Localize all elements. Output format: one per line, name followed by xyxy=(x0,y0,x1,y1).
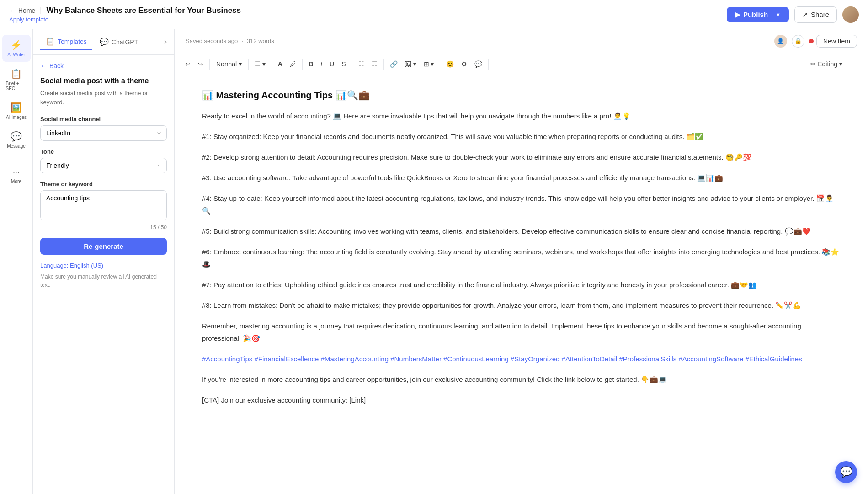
cta-paragraph: [CTA] Join our exclusive accounting comm… xyxy=(202,394,841,406)
panel: 📋 Templates 💬 ChatGPT › ← Back Social me… xyxy=(33,29,175,494)
sidebar-item-message[interactable]: 💬 Message xyxy=(2,126,31,153)
tip2-paragraph: #2: Develop strong attention to detail: … xyxy=(202,151,841,163)
new-item-button[interactable]: New Item xyxy=(816,35,857,48)
theme-input[interactable]: Accounting tips xyxy=(40,190,167,220)
sidebar-item-more[interactable]: ··· More xyxy=(2,163,31,188)
undo-button[interactable]: ↩ xyxy=(182,58,194,70)
share-button[interactable]: ↗ Share xyxy=(794,6,837,23)
post-body[interactable]: Ready to excel in the world of accountin… xyxy=(202,110,841,406)
list-format-button[interactable]: ☰ ▾ xyxy=(251,58,269,70)
sidebar-item-ai-images[interactable]: 🖼️ AI Images xyxy=(2,97,31,124)
conclusion-paragraph: Remember, mastering accounting is a jour… xyxy=(202,320,841,344)
toolbar-divider-6 xyxy=(383,59,384,70)
regenerate-button[interactable]: Re-generate xyxy=(40,238,167,255)
editor-status: Saved seconds ago · 312 words xyxy=(186,38,274,44)
format-label: Normal xyxy=(216,60,237,68)
ai-writer-label: AI Writer xyxy=(7,52,25,57)
table-button[interactable]: ⊞ ▾ xyxy=(421,58,437,70)
new-item-wrapper: New Item xyxy=(809,35,857,48)
sidebar-item-ai-writer[interactable]: ⚡ AI Writer xyxy=(2,35,31,62)
tab-templates[interactable]: 📋 Templates xyxy=(40,33,92,50)
top-header: ← Home | Why Balance Sheets are Essentia… xyxy=(0,0,868,29)
editor-topbar: Saved seconds ago · 312 words 👤 🔒 New It… xyxy=(175,29,868,53)
tip4-paragraph: #4: Stay up-to-date: Keep yourself infor… xyxy=(202,192,841,217)
char-count: 15 / 50 xyxy=(40,224,167,231)
editing-label: Editing xyxy=(818,60,837,68)
new-item-dot xyxy=(809,39,814,43)
format-arrow: ▾ xyxy=(239,60,242,68)
share-icon: ↗ xyxy=(802,11,808,19)
bold-button[interactable]: B xyxy=(305,58,316,70)
topbar-separator: · xyxy=(241,38,243,44)
highlight-button[interactable]: 🖊 xyxy=(287,58,299,70)
more-icon: ··· xyxy=(13,167,20,177)
bullet-list-button[interactable]: ☷ xyxy=(355,58,367,70)
tools-button[interactable]: ⚙ xyxy=(458,58,470,70)
publish-button[interactable]: ▶ Publish ▼ xyxy=(727,7,789,22)
tab-chatgpt[interactable]: 💬 ChatGPT xyxy=(94,34,144,50)
format-select[interactable]: Normal ▾ xyxy=(213,59,245,70)
comment-button[interactable]: 💬 xyxy=(471,58,485,70)
sidebar-divider xyxy=(7,158,26,158)
home-label: Home xyxy=(18,7,35,14)
italic-button[interactable]: I xyxy=(317,58,325,70)
publish-label: Publish xyxy=(743,11,768,18)
toolbar-divider-5 xyxy=(352,59,352,70)
tone-label: Tone xyxy=(40,148,167,155)
pencil-icon: ✏ xyxy=(810,60,816,68)
toolbar-divider-7 xyxy=(440,59,440,70)
templates-tab-label: Templates xyxy=(58,38,87,45)
more-options-button[interactable]: ⋯ xyxy=(848,58,861,70)
brief-seo-label: Brief + SEO xyxy=(6,81,27,91)
editor-topbar-right: 👤 🔒 New Item xyxy=(774,35,857,48)
apply-template-link[interactable]: Apply template xyxy=(9,16,241,23)
link-button[interactable]: 🔗 xyxy=(387,58,401,70)
templates-tab-icon: 📋 xyxy=(46,37,55,46)
redo-button[interactable]: ↪ xyxy=(195,58,207,70)
cta-text-paragraph: If you're interested in more accounting … xyxy=(202,373,841,386)
language-info: Language: English (US) xyxy=(40,262,167,269)
ai-writer-icon: ⚡ xyxy=(11,39,22,50)
disclaimer-text: Make sure you manually review all AI gen… xyxy=(40,273,167,289)
language-value: English (US) xyxy=(70,262,103,269)
back-button[interactable]: ← Back xyxy=(40,62,167,70)
strikethrough-button[interactable]: S xyxy=(338,58,349,70)
publish-icon: ▶ xyxy=(735,11,740,19)
header-right: ▶ Publish ▼ ↗ Share xyxy=(727,6,859,23)
emoji-button[interactable]: 😊 xyxy=(443,58,457,70)
tip8-paragraph: #8: Learn from mistakes: Don't be afraid… xyxy=(202,299,841,311)
toolbar-divider-2 xyxy=(248,59,249,70)
ai-images-label: AI Images xyxy=(6,115,27,120)
editing-mode-button[interactable]: ✏ Editing ▾ xyxy=(806,58,847,70)
header-left: ← Home | Why Balance Sheets are Essentia… xyxy=(9,6,241,23)
chatgpt-tab-icon: 💬 xyxy=(100,38,109,46)
editor-content[interactable]: 📊 Mastering Accounting Tips 📊🔍💼 Ready to… xyxy=(175,75,868,494)
template-description: Create social media post with a theme or… xyxy=(40,89,167,107)
publish-dropdown-arrow[interactable]: ▼ xyxy=(772,12,781,17)
toolbar-divider-3 xyxy=(272,59,272,70)
more-label: More xyxy=(11,179,21,184)
doc-title: Why Balance Sheets are Essential for You… xyxy=(47,6,241,15)
main-layout: ⚡ AI Writer 📋 Brief + SEO 🖼️ AI Images 💬… xyxy=(0,29,868,494)
panel-collapse-button[interactable]: › xyxy=(164,37,167,47)
avatar[interactable] xyxy=(842,6,859,23)
chat-bubble-icon: 💬 xyxy=(840,466,852,478)
tone-select[interactable]: Friendly Professional Casual Formal xyxy=(40,158,167,173)
underline-button[interactable]: U xyxy=(326,58,337,70)
lock-button[interactable]: 🔒 xyxy=(792,35,804,48)
panel-content: ← Back Social media post with a theme Cr… xyxy=(33,55,174,494)
channel-select[interactable]: LinkedIn Twitter Facebook Instagram xyxy=(40,125,167,141)
chatgpt-tab-label: ChatGPT xyxy=(112,38,138,46)
numbered-list-button[interactable]: ☴ xyxy=(368,58,381,70)
collaborator-avatar: 👤 xyxy=(774,35,787,48)
sidebar-item-brief-seo[interactable]: 📋 Brief + SEO xyxy=(2,64,31,96)
home-link[interactable]: ← Home xyxy=(9,7,35,14)
message-icon: 💬 xyxy=(11,131,22,142)
chat-bubble[interactable]: 💬 xyxy=(835,461,857,483)
toolbar-divider-8 xyxy=(488,59,489,70)
tone-group: Tone Friendly Professional Casual Formal xyxy=(40,148,167,173)
tip1-paragraph: #1: Stay organized: Keep your financial … xyxy=(202,130,841,143)
tip5-paragraph: #5: Build strong communication skills: A… xyxy=(202,225,841,237)
text-color-button[interactable]: A xyxy=(275,58,286,70)
image-button[interactable]: 🖼 ▾ xyxy=(402,58,420,70)
